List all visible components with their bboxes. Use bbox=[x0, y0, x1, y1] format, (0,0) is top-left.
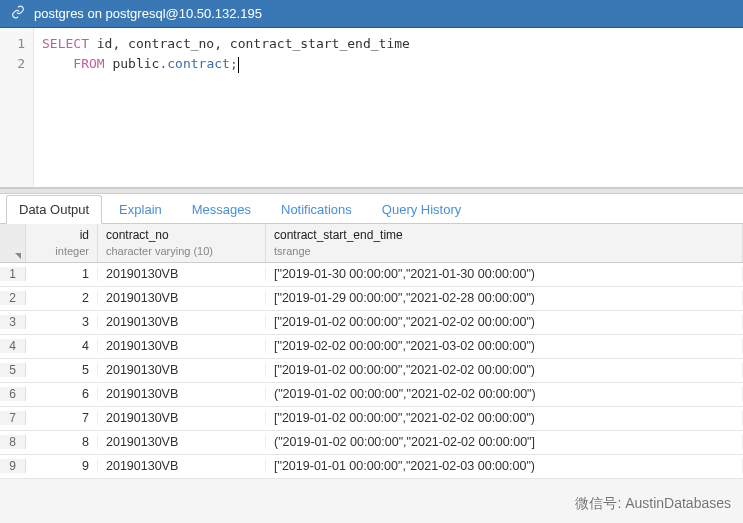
cell-id[interactable]: 1 bbox=[26, 267, 98, 281]
cell-id[interactable]: 9 bbox=[26, 459, 98, 473]
grid-header: id integer contract_no character varying… bbox=[0, 224, 743, 263]
cell-tsrange[interactable]: ["2019-01-29 00:00:00","2021-02-28 00:00… bbox=[266, 291, 743, 305]
cell-tsrange[interactable]: ["2019-01-02 00:00:00","2021-02-02 00:00… bbox=[266, 315, 743, 329]
column-name: id bbox=[34, 228, 89, 244]
tab-query-history[interactable]: Query History bbox=[369, 195, 474, 223]
table-row[interactable]: 8820190130VB("2019-01-02 00:00:00","2021… bbox=[0, 431, 743, 455]
table-row[interactable]: 5520190130VB["2019-01-02 00:00:00","2021… bbox=[0, 359, 743, 383]
cell-tsrange[interactable]: ("2019-01-02 00:00:00","2021-02-02 00:00… bbox=[266, 387, 743, 401]
connection-bar: postgres on postgresql@10.50.132.195 bbox=[0, 0, 743, 28]
table-row[interactable]: 1120190130VB["2019-01-30 00:00:00","2021… bbox=[0, 263, 743, 287]
cell-tsrange[interactable]: ["2019-01-30 00:00:00","2021-01-30 00:00… bbox=[266, 267, 743, 281]
table-row[interactable]: 7720190130VB["2019-01-02 00:00:00","2021… bbox=[0, 407, 743, 431]
sql-text: id, contract_no, contract_start_end_time bbox=[89, 36, 410, 51]
line-number: 2 bbox=[0, 54, 25, 74]
row-number[interactable]: 8 bbox=[0, 435, 26, 449]
cell-contract-no[interactable]: 20190130VB bbox=[98, 291, 266, 305]
link-icon bbox=[8, 5, 28, 22]
cell-id[interactable]: 3 bbox=[26, 315, 98, 329]
table-row[interactable]: 9920190130VB["2019-01-01 00:00:00","2021… bbox=[0, 455, 743, 479]
cell-id[interactable]: 5 bbox=[26, 363, 98, 377]
result-grid: id integer contract_no character varying… bbox=[0, 224, 743, 479]
table-row[interactable]: 6620190130VB("2019-01-02 00:00:00","2021… bbox=[0, 383, 743, 407]
table-row[interactable]: 4420190130VB["2019-02-02 00:00:00","2021… bbox=[0, 335, 743, 359]
column-name: contract_no bbox=[106, 228, 257, 244]
column-type: tsrange bbox=[274, 244, 734, 258]
cell-id[interactable]: 4 bbox=[26, 339, 98, 353]
sql-semicolon: ; bbox=[230, 56, 238, 71]
column-header-contract-no[interactable]: contract_no character varying (10) bbox=[98, 224, 266, 262]
tab-data-output[interactable]: Data Output bbox=[6, 195, 102, 224]
cell-tsrange[interactable]: ["2019-02-02 00:00:00","2021-03-02 00:00… bbox=[266, 339, 743, 353]
cell-contract-no[interactable]: 20190130VB bbox=[98, 339, 266, 353]
tab-notifications[interactable]: Notifications bbox=[268, 195, 365, 223]
sql-indent bbox=[42, 56, 73, 71]
text-caret bbox=[238, 57, 239, 73]
row-number[interactable]: 5 bbox=[0, 363, 26, 377]
cell-contract-no[interactable]: 20190130VB bbox=[98, 411, 266, 425]
line-number: 1 bbox=[0, 34, 25, 54]
line-gutter: 1 2 bbox=[0, 28, 34, 187]
cell-tsrange[interactable]: ["2019-01-02 00:00:00","2021-02-02 00:00… bbox=[266, 411, 743, 425]
cell-contract-no[interactable]: 20190130VB bbox=[98, 387, 266, 401]
row-number[interactable]: 4 bbox=[0, 339, 26, 353]
column-header-tsrange[interactable]: contract_start_end_time tsrange bbox=[266, 224, 743, 262]
row-number[interactable]: 3 bbox=[0, 315, 26, 329]
sql-keyword: FROM bbox=[73, 56, 104, 71]
cell-tsrange[interactable]: ("2019-01-02 00:00:00","2021-02-02 00:00… bbox=[266, 435, 743, 449]
row-number[interactable]: 2 bbox=[0, 291, 26, 305]
row-number[interactable]: 6 bbox=[0, 387, 26, 401]
cell-contract-no[interactable]: 20190130VB bbox=[98, 315, 266, 329]
cell-tsrange[interactable]: ["2019-01-01 00:00:00","2021-02-03 00:00… bbox=[266, 459, 743, 473]
row-number[interactable]: 7 bbox=[0, 411, 26, 425]
table-row[interactable]: 2220190130VB["2019-01-29 00:00:00","2021… bbox=[0, 287, 743, 311]
row-number[interactable]: 9 bbox=[0, 459, 26, 473]
cell-id[interactable]: 6 bbox=[26, 387, 98, 401]
column-type: integer bbox=[34, 244, 89, 258]
code-area[interactable]: SELECT id, contract_no, contract_start_e… bbox=[34, 28, 743, 187]
cell-contract-no[interactable]: 20190130VB bbox=[98, 459, 266, 473]
cell-id[interactable]: 8 bbox=[26, 435, 98, 449]
cell-tsrange[interactable]: ["2019-01-02 00:00:00","2021-02-02 00:00… bbox=[266, 363, 743, 377]
connection-title: postgres on postgresql@10.50.132.195 bbox=[34, 6, 262, 21]
cell-id[interactable]: 2 bbox=[26, 291, 98, 305]
sql-editor[interactable]: 1 2 SELECT id, contract_no, contract_sta… bbox=[0, 28, 743, 188]
row-number[interactable]: 1 bbox=[0, 267, 26, 281]
sql-identifier: contract bbox=[167, 56, 230, 71]
tab-explain[interactable]: Explain bbox=[106, 195, 175, 223]
watermark-text: 微信号: AustinDatabases bbox=[575, 495, 731, 513]
cell-id[interactable]: 7 bbox=[26, 411, 98, 425]
sql-keyword: SELECT bbox=[42, 36, 89, 51]
cell-contract-no[interactable]: 20190130VB bbox=[98, 267, 266, 281]
select-all-corner[interactable] bbox=[0, 224, 26, 262]
column-type: character varying (10) bbox=[106, 244, 257, 258]
sql-text: public bbox=[105, 56, 160, 71]
cell-contract-no[interactable]: 20190130VB bbox=[98, 435, 266, 449]
output-tabs: Data Output Explain Messages Notificatio… bbox=[0, 194, 743, 224]
cell-contract-no[interactable]: 20190130VB bbox=[98, 363, 266, 377]
column-header-id[interactable]: id integer bbox=[26, 224, 98, 262]
table-row[interactable]: 3320190130VB["2019-01-02 00:00:00","2021… bbox=[0, 311, 743, 335]
column-name: contract_start_end_time bbox=[274, 228, 734, 244]
tab-messages[interactable]: Messages bbox=[179, 195, 264, 223]
grid-body: 1120190130VB["2019-01-30 00:00:00","2021… bbox=[0, 263, 743, 479]
